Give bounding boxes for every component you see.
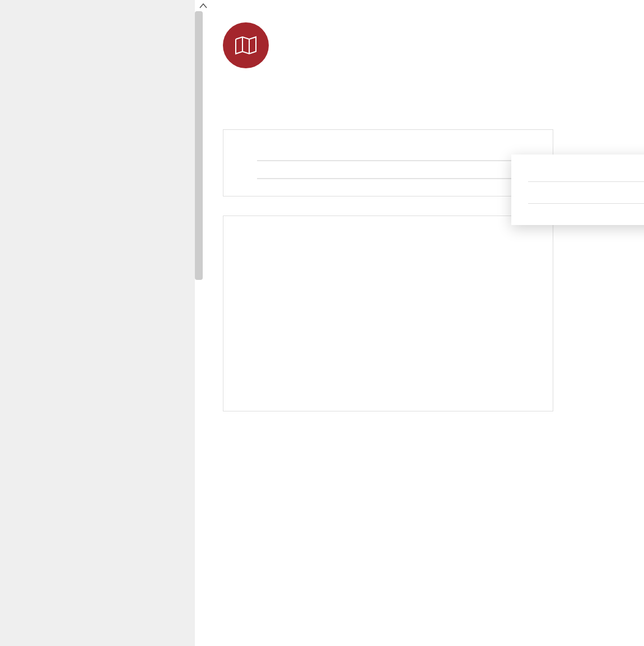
- territory-avatar-icon: [223, 22, 269, 68]
- description-card: [223, 216, 553, 411]
- related-dropdown: [511, 155, 644, 225]
- main-content: [195, 0, 644, 646]
- field-value-manager[interactable]: [257, 171, 536, 179]
- field-label-description: [257, 230, 536, 240]
- form-tabs: [223, 102, 644, 110]
- sidebar: [0, 0, 195, 646]
- related-group-service-title: [528, 188, 644, 204]
- related-group-common-title: [528, 166, 644, 182]
- field-label-manager: [257, 161, 536, 171]
- field-value-territory[interactable]: [257, 153, 536, 161]
- field-value-description[interactable]: [257, 240, 536, 246]
- record-header: [223, 0, 644, 68]
- general-card: [223, 129, 553, 196]
- field-label-territory: [257, 143, 536, 153]
